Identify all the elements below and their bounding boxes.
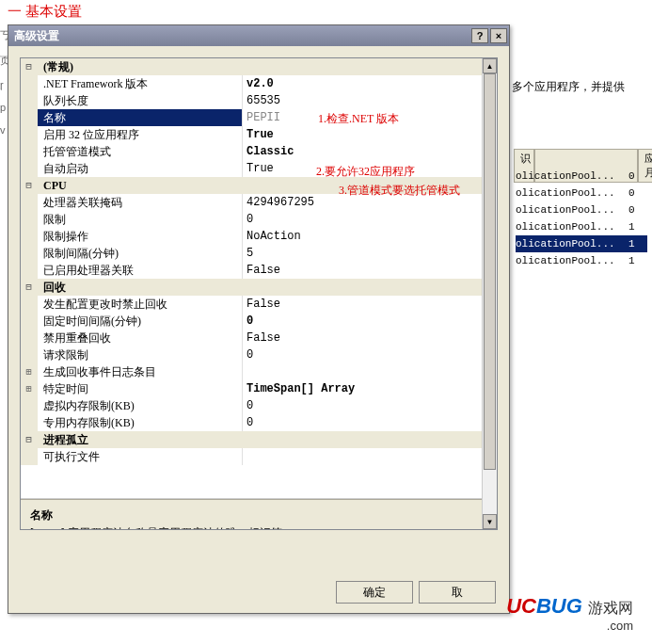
property-row[interactable]: 处理器关联掩码4294967295 bbox=[21, 194, 497, 211]
property-value[interactable]: 0 bbox=[243, 397, 497, 414]
property-row[interactable]: 禁用重叠回收False bbox=[21, 330, 497, 346]
category-row[interactable]: ⊟CPU bbox=[21, 177, 497, 194]
property-grid-panel: ⊟(常规).NET Framework 版本v2.0队列长度65535名称PEP… bbox=[20, 57, 498, 530]
collapse-icon[interactable]: ⊟ bbox=[21, 58, 38, 75]
scroll-thumb[interactable] bbox=[484, 73, 496, 470]
property-label: 自动启动 bbox=[38, 160, 243, 177]
dialog-title: 高级设置 bbox=[14, 28, 469, 44]
cancel-button[interactable]: 取 bbox=[419, 581, 496, 604]
dialog-titlebar[interactable]: 高级设置 ? × bbox=[8, 25, 509, 46]
property-value[interactable]: 4294967295 bbox=[243, 194, 497, 211]
indent-cell bbox=[21, 313, 38, 330]
category-label: 进程孤立 bbox=[38, 431, 497, 448]
collapse-icon[interactable]: ⊟ bbox=[21, 177, 38, 194]
indent-cell bbox=[21, 448, 38, 465]
property-grid[interactable]: ⊟(常规).NET Framework 版本v2.0队列长度65535名称PEP… bbox=[21, 58, 497, 499]
property-row[interactable]: 名称PEPII bbox=[21, 109, 497, 126]
property-row[interactable]: 已启用处理器关联False bbox=[21, 262, 497, 279]
indent-cell bbox=[21, 160, 38, 177]
property-row[interactable]: 限制间隔(分钟)5 bbox=[21, 245, 497, 262]
background-row: olicationPool...0 bbox=[516, 168, 647, 185]
property-value[interactable]: False bbox=[243, 296, 497, 313]
property-value[interactable]: 0 bbox=[243, 346, 497, 363]
property-value[interactable]: False bbox=[243, 262, 497, 279]
vertical-scrollbar[interactable]: ▲ ▼ bbox=[482, 58, 497, 499]
property-value[interactable]: True bbox=[243, 126, 497, 143]
property-value[interactable] bbox=[243, 363, 497, 380]
property-row[interactable]: 限制0 bbox=[21, 211, 497, 228]
indent-cell bbox=[21, 194, 38, 211]
expand-icon[interactable]: ⊞ bbox=[21, 363, 38, 380]
dialog-button-bar: 确定 取 bbox=[336, 581, 496, 604]
property-value[interactable]: PEPII bbox=[243, 109, 497, 126]
advanced-settings-dialog: 高级设置 ? × ⊟(常规).NET Framework 版本v2.0队列长度6… bbox=[8, 24, 510, 614]
property-row[interactable]: 限制操作NoAction bbox=[21, 228, 497, 245]
scroll-up-button[interactable]: ▲ bbox=[483, 58, 497, 73]
expand-icon[interactable]: ⊞ bbox=[21, 380, 38, 397]
property-value[interactable]: True bbox=[243, 160, 497, 177]
background-row: olicationPool...0 bbox=[516, 185, 647, 201]
background-row: olicationPool...0 bbox=[516, 201, 647, 218]
property-row[interactable]: 队列长度65535 bbox=[21, 92, 497, 109]
category-label: CPU bbox=[38, 177, 497, 194]
property-value[interactable]: 0 bbox=[243, 211, 497, 228]
property-value[interactable]: Classic bbox=[243, 143, 497, 160]
property-row[interactable]: 发生配置更改时禁止回收False bbox=[21, 296, 497, 313]
collapse-icon[interactable]: ⊟ bbox=[21, 279, 38, 296]
property-row[interactable]: 启用 32 位应用程序True bbox=[21, 126, 497, 143]
property-row[interactable]: ⊞特定时间TimeSpan[] Array bbox=[21, 380, 497, 397]
property-label: 禁用重叠回收 bbox=[38, 330, 243, 346]
background-row: olicationPool...1 bbox=[516, 235, 647, 252]
property-row[interactable]: 可执行文件 bbox=[21, 448, 497, 465]
indent-cell bbox=[21, 262, 38, 279]
property-value[interactable]: v2.0 bbox=[243, 75, 497, 92]
property-value[interactable]: 0 bbox=[243, 414, 497, 431]
property-value[interactable]: TimeSpan[] Array bbox=[243, 380, 497, 397]
property-value[interactable]: 65535 bbox=[243, 92, 497, 109]
property-label: 专用内存限制(KB) bbox=[38, 414, 243, 431]
property-value[interactable]: 0 bbox=[243, 313, 497, 330]
help-button[interactable]: ? bbox=[471, 28, 488, 43]
property-label: 限制间隔(分钟) bbox=[38, 245, 243, 262]
background-text: 多个应用程序，并提供 bbox=[512, 79, 625, 95]
background-row: olicationPool...1 bbox=[516, 218, 647, 235]
property-row[interactable]: 请求限制0 bbox=[21, 346, 497, 363]
property-row[interactable]: 托管管道模式Classic bbox=[21, 143, 497, 160]
property-label: 托管管道模式 bbox=[38, 143, 243, 160]
category-row[interactable]: ⊟(常规) bbox=[21, 58, 497, 75]
property-label: 固定时间间隔(分钟) bbox=[38, 313, 243, 330]
property-row[interactable]: 虚拟内存限制(KB)0 bbox=[21, 397, 497, 414]
help-description: [name] 应用程序池名称是应用程序池的唯一标识符。 bbox=[30, 525, 487, 530]
help-title: 名称 bbox=[30, 507, 487, 523]
indent-cell bbox=[21, 228, 38, 245]
indent-cell bbox=[21, 346, 38, 363]
property-value[interactable]: False bbox=[243, 330, 497, 346]
indent-cell bbox=[21, 211, 38, 228]
category-label: 回收 bbox=[38, 279, 497, 296]
property-row[interactable]: 固定时间间隔(分钟)0 bbox=[21, 313, 497, 330]
close-button[interactable]: × bbox=[490, 28, 507, 43]
property-value[interactable]: 5 bbox=[243, 245, 497, 262]
watermark-logo: UCBUG 游戏网 .com bbox=[506, 594, 633, 633]
scroll-track[interactable] bbox=[483, 73, 497, 499]
category-row[interactable]: ⊟回收 bbox=[21, 279, 497, 296]
indent-cell bbox=[21, 109, 38, 126]
property-row[interactable]: 自动启动True bbox=[21, 160, 497, 177]
property-label: 虚拟内存限制(KB) bbox=[38, 397, 243, 414]
property-label: 限制操作 bbox=[38, 228, 243, 245]
property-value[interactable]: NoAction bbox=[243, 228, 497, 245]
indent-cell bbox=[21, 126, 38, 143]
property-row[interactable]: ⊞生成回收事件日志条目 bbox=[21, 363, 497, 380]
collapse-icon[interactable]: ⊟ bbox=[21, 431, 38, 448]
property-row[interactable]: 专用内存限制(KB)0 bbox=[21, 414, 497, 431]
left-edge-text: 丂页ŗpv bbox=[0, 28, 8, 593]
indent-cell bbox=[21, 92, 38, 109]
category-row[interactable]: ⊟进程孤立 bbox=[21, 431, 497, 448]
indent-cell bbox=[21, 414, 38, 431]
property-row[interactable]: .NET Framework 版本v2.0 bbox=[21, 75, 497, 92]
indent-cell bbox=[21, 397, 38, 414]
ok-button[interactable]: 确定 bbox=[336, 581, 413, 604]
property-value[interactable] bbox=[243, 448, 497, 465]
property-label: 队列长度 bbox=[38, 92, 243, 109]
property-help-area: 名称 [name] 应用程序池名称是应用程序池的唯一标识符。 bbox=[21, 499, 497, 530]
